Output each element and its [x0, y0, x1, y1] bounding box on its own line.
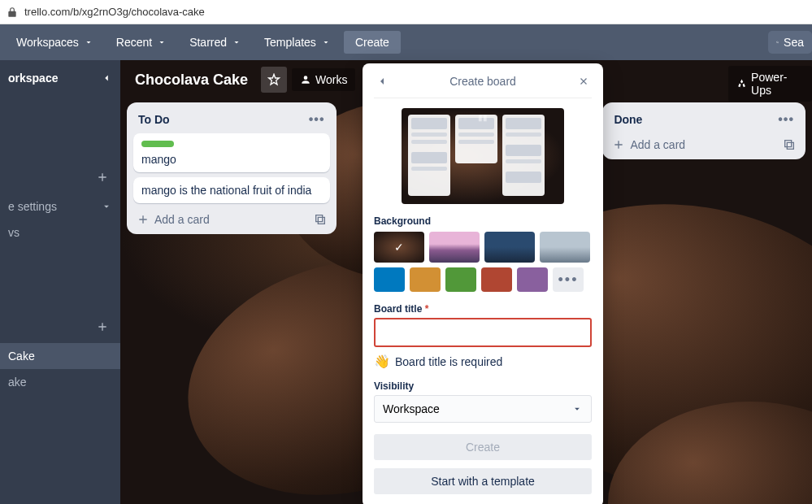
url-text[interactable]: trello.com/b/xg2rnO3g/chocolava-cake [24, 6, 205, 18]
chevron-down-icon [84, 37, 93, 47]
background-swatch-2[interactable] [429, 232, 480, 263]
background-color-purple[interactable] [517, 267, 548, 292]
nav-templates[interactable]: Templates [254, 31, 341, 54]
plus-icon [612, 138, 625, 151]
sidebar-settings[interactable]: e settings [0, 193, 120, 219]
card[interactable]: mango [133, 133, 330, 172]
sidebar-views[interactable]: vs [0, 219, 120, 245]
create-board-button[interactable]: Create [374, 434, 592, 460]
lock-icon [7, 7, 18, 18]
trello-logo-icon: ▮▮ [478, 113, 488, 122]
nav-workspaces[interactable]: Workspaces [7, 31, 103, 54]
close-icon [578, 76, 589, 87]
chevron-down-icon [101, 201, 112, 212]
background-color-blue[interactable] [374, 267, 405, 292]
chevron-left-icon[interactable] [101, 72, 112, 84]
top-nav: Workspaces Recent Starred Templates Crea… [0, 24, 812, 60]
popover-title: Create board [390, 75, 575, 88]
sidebar-add-button[interactable] [93, 167, 112, 187]
powerups-button[interactable]: Power-Ups [728, 66, 812, 102]
background-color-green[interactable] [445, 267, 476, 292]
create-board-popover: Create board ▮▮ Background ••• Board tit… [363, 63, 603, 504]
template-icon[interactable] [314, 213, 327, 226]
search-input[interactable]: Sea [768, 31, 812, 54]
list-title[interactable]: To Do [138, 113, 170, 126]
plus-icon [96, 171, 109, 184]
sidebar-board-active[interactable]: Cake [0, 343, 120, 369]
add-card-button[interactable]: Add a card [612, 138, 685, 151]
list-title[interactable]: Done [614, 113, 642, 126]
chevron-down-icon [571, 403, 583, 415]
nav-recent[interactable]: Recent [106, 31, 176, 54]
rocket-icon [736, 78, 747, 89]
visibility-label: Visibility [374, 380, 592, 392]
start-with-template-button[interactable]: Start with a template [374, 468, 592, 494]
star-icon [267, 73, 280, 86]
sidebar-board-item[interactable]: ake [0, 369, 120, 395]
list-menu-button[interactable]: ••• [309, 112, 325, 127]
nav-starred[interactable]: Starred [180, 31, 251, 54]
list-todo: To Do ••• mango mango is the national fr… [127, 102, 337, 234]
card-text: mango [141, 153, 322, 166]
plus-icon [96, 320, 109, 333]
workspace-visible-button[interactable]: Works [292, 68, 355, 91]
background-color-orange[interactable] [410, 267, 441, 292]
board-preview: ▮▮ [402, 108, 564, 204]
chevron-down-icon [321, 37, 331, 47]
sidebar-section-2 [0, 311, 120, 343]
board-title[interactable]: Chocolava Cake [127, 72, 256, 89]
background-more-button[interactable]: ••• [553, 267, 584, 292]
sidebar: orkspace e settings vs Cake ake [0, 60, 120, 504]
plus-icon [137, 213, 150, 226]
template-icon[interactable] [783, 138, 796, 151]
chevron-left-icon [376, 75, 389, 88]
popover-close-button[interactable] [575, 73, 592, 89]
list-done: Done ••• Add a card [602, 102, 805, 159]
sidebar-workspace-header[interactable]: orkspace [0, 60, 120, 96]
search-icon [776, 37, 779, 48]
background-color-red[interactable] [481, 267, 512, 292]
chevron-down-icon [232, 37, 241, 47]
people-icon [300, 74, 311, 85]
title-required-hint: 👋 Board title is required [374, 354, 592, 369]
sidebar-add-board-button[interactable] [93, 317, 112, 337]
board-title-label: Board title * [374, 303, 592, 315]
background-swatch-4[interactable] [540, 232, 590, 263]
sidebar-section-1 [0, 161, 120, 193]
nav-create-button[interactable]: Create [344, 31, 401, 54]
background-swatch-3[interactable] [484, 232, 535, 263]
background-colors-row: ••• [374, 267, 592, 292]
popover-back-button[interactable] [374, 73, 390, 89]
list-menu-button[interactable]: ••• [778, 112, 794, 127]
background-label: Background [374, 215, 592, 227]
chevron-down-icon [157, 37, 167, 47]
visibility-select[interactable]: Workspace [374, 395, 592, 423]
wave-icon: 👋 [374, 354, 390, 369]
star-button[interactable] [261, 67, 287, 93]
browser-url-bar: trello.com/b/xg2rnO3g/chocolava-cake [0, 0, 812, 24]
add-card-button[interactable]: Add a card [137, 213, 210, 226]
background-swatch-1[interactable] [374, 232, 424, 263]
card[interactable]: mango is the national fruit of india [133, 177, 330, 203]
card-label-green [141, 141, 174, 147]
background-photos-row [374, 232, 592, 263]
card-text: mango is the national fruit of india [141, 184, 322, 197]
board-title-input[interactable] [374, 318, 592, 347]
